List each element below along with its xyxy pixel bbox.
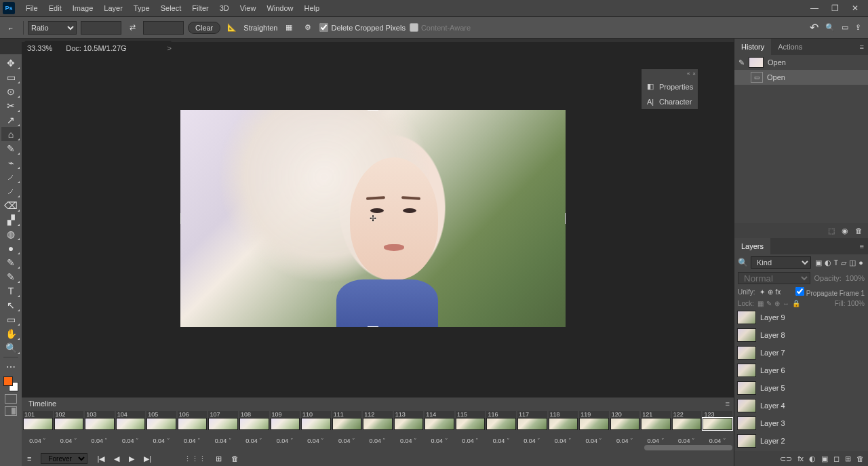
frame-duration[interactable]: 0.04 ˅ [549,430,578,444]
crop-width-field[interactable] [81,21,121,35]
propagate-checkbox[interactable]: Propagate Frame 1 [795,287,865,297]
lock-0-icon[interactable]: ▦ [756,300,765,307]
delete-cropped-checkbox[interactable]: Delete Cropped Pixels [319,23,405,32]
frame-duration[interactable]: 0.04 ˅ [178,430,208,444]
tool-15[interactable]: ✎ [1,269,20,284]
frame-duration[interactable]: 0.04 ˅ [301,430,331,444]
panel-shortcut-properties[interactable]: ◧ Properties [642,79,698,94]
timeline-frame-102[interactable]: 102 0.04 ˅ [54,411,84,444]
frame-duration[interactable]: 0.04 ˅ [703,430,732,444]
frame-duration[interactable]: 0.04 ˅ [208,430,238,444]
menu-window[interactable]: Window [261,0,298,16]
tool-9[interactable]: ⟋ [1,184,20,198]
menu-help[interactable]: Help [299,0,326,16]
fill-value[interactable]: 100% [847,300,865,307]
timeline-frame-116[interactable]: 116 0.04 ˅ [486,411,516,444]
tab-actions[interactable]: Actions [771,39,809,55]
menu-edit[interactable]: Edit [43,0,67,16]
crop-options-gear-icon[interactable]: ⚙ [300,23,315,32]
frame-duration[interactable]: 0.04 ˅ [54,430,84,444]
frame-duration[interactable]: 0.04 ˅ [394,430,424,444]
unify-1-icon[interactable]: ⊕ [766,288,774,296]
crop-handle-right[interactable] [565,213,566,224]
frame-duration[interactable]: 0.04 ˅ [363,430,393,444]
straighten-label[interactable]: Straighten [243,24,277,32]
lock-1-icon[interactable]: ✎ [765,300,773,307]
timeline-frame-108[interactable]: 108 0.04 ˅ [239,411,269,444]
timeline-scrollbar[interactable] [644,445,732,450]
overlay-grid-icon[interactable]: ▦ [281,23,296,32]
timeline-frame-118[interactable]: 118 0.04 ˅ [549,411,578,444]
tool-10[interactable]: ⌫ [1,198,20,212]
timeline-frame-115[interactable]: 115 0.04 ˅ [456,411,486,444]
menu-type[interactable]: Type [128,0,155,16]
timeline-frame-111[interactable]: 111 0.04 ˅ [332,411,362,444]
unify-0-icon[interactable]: ✦ [758,288,766,296]
layer-row[interactable]: Layer 2 [734,432,868,450]
timeline-frame-101[interactable]: 101 0.04 ˅ [23,411,53,444]
tween-icon[interactable]: ⋮⋮⋮ [184,454,206,463]
menu-filter[interactable]: Filter [186,0,214,16]
history-foot-icon-0[interactable]: ⬚ [828,227,835,235]
frame-duration[interactable]: 0.04 ˅ [116,430,146,444]
color-swatches[interactable] [3,376,18,391]
layers-foot-icon-2[interactable]: ◐ [809,454,816,463]
layer-filter-0-icon[interactable]: ▣ [814,258,823,267]
opacity-value[interactable]: 100% [846,274,865,282]
timeline-frame-122[interactable]: 122 0.04 ˅ [672,411,702,444]
straighten-icon[interactable]: 📐 [224,23,239,32]
frame-duration[interactable]: 0.04 ˅ [271,430,300,444]
window-minimize[interactable]: — [804,3,825,13]
layer-row[interactable]: Layer 9 [734,309,868,326]
menu-image[interactable]: Image [67,0,99,16]
play-icon[interactable]: ▶ [129,454,134,463]
doc-info[interactable]: Doc: 10.5M/1.27G [66,44,126,52]
tool-13[interactable]: ● [1,241,20,255]
history-foot-icon-2[interactable]: 🗑 [855,227,863,235]
tool-5[interactable]: ⌂ [1,127,20,141]
loop-select[interactable]: Forever [41,453,87,464]
menu-select[interactable]: Select [155,0,187,16]
tool-3[interactable]: ✂ [1,98,20,113]
tab-timeline[interactable]: Timeline [22,400,63,408]
layer-filter-4-icon[interactable]: ◫ [848,258,857,267]
timeline-frame-121[interactable]: 121 0.04 ˅ [641,411,671,444]
workspace-switcher-icon[interactable]: ▭ [842,23,848,32]
layer-filter-kind[interactable]: Kind [751,256,811,269]
layer-row[interactable]: Layer 4 [734,397,868,414]
tool-16[interactable]: T [1,284,20,298]
tool-0[interactable]: ✥ [1,56,20,70]
layer-filter-1-icon[interactable]: ◐ [823,258,833,267]
frame-duration[interactable]: 0.04 ˅ [332,430,362,444]
layers-foot-icon-0[interactable]: ⊂⊃ [780,454,792,463]
timeline-frame-104[interactable]: 104 0.04 ˅ [116,411,146,444]
menu-3d[interactable]: 3D [214,0,235,16]
layer-filter-3-icon[interactable]: ▱ [840,258,848,267]
search-icon[interactable]: 🔍 [825,23,835,32]
layers-foot-icon-6[interactable]: 🗑 [856,454,864,463]
delete-frame-icon[interactable]: 🗑 [231,454,239,463]
prev-frame-icon[interactable]: ◀ [114,454,119,463]
history-panel-menu-icon[interactable]: ≡ [856,43,868,51]
tab-history[interactable]: History [734,39,771,55]
timeline-frame-109[interactable]: 109 0.04 ˅ [271,411,300,444]
window-maximize[interactable]: ❐ [825,3,845,13]
frame-duration[interactable]: 0.04 ˅ [517,430,547,444]
crop-handle-bottom[interactable] [368,326,378,327]
layer-row[interactable]: Layer 5 [734,379,868,397]
frame-duration[interactable]: 0.04 ˅ [486,430,516,444]
timeline-frame-114[interactable]: 114 0.04 ˅ [425,411,454,444]
layer-row[interactable]: Layer 3 [734,414,868,432]
timeline-frame-113[interactable]: 113 0.04 ˅ [394,411,424,444]
tab-layers[interactable]: Layers [734,238,770,254]
tool-1[interactable]: ▭ [1,70,20,84]
window-close[interactable]: ✕ [845,3,865,13]
new-frame-icon[interactable]: ⊞ [216,454,222,463]
frame-duration[interactable]: 0.04 ˅ [425,430,454,444]
menu-layer[interactable]: Layer [98,0,128,16]
timeline-frame-119[interactable]: 119 0.04 ˅ [579,411,609,444]
menu-file[interactable]: File [20,0,43,16]
frame-duration[interactable]: 0.04 ˅ [85,430,115,444]
panel-collapse-icon[interactable]: « [687,71,690,77]
layer-filter-2-icon[interactable]: T [833,258,840,267]
